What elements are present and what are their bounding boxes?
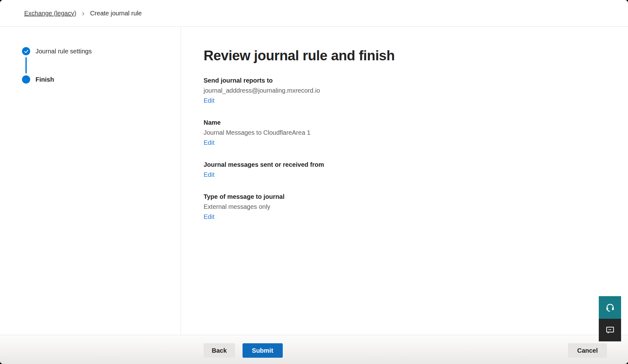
section-message-type: Type of message to journal External mess… (204, 193, 615, 221)
step-current-dot-icon (22, 75, 30, 84)
headset-icon (605, 302, 615, 312)
edit-scope-link[interactable]: Edit (204, 171, 214, 179)
review-sections: Send journal reports to journal_adddress… (204, 76, 615, 221)
edit-name-link[interactable]: Edit (204, 139, 214, 147)
section-journal-messages-scope: Journal messages sent or received from E… (204, 160, 615, 179)
cancel-button[interactable]: Cancel (568, 343, 607, 358)
step-label-journal-rule-settings: Journal rule settings (35, 48, 92, 55)
help-button[interactable] (599, 296, 621, 319)
section-label: Journal messages sent or received from (204, 160, 615, 169)
section-name: Name Journal Messages to CloudflareArea … (204, 118, 615, 147)
feedback-button[interactable] (599, 319, 621, 341)
edit-message-type-link[interactable]: Edit (204, 213, 214, 221)
main-area: Journal rule settings Finish Review jour… (0, 27, 628, 335)
breadcrumb: Exchange (legacy) Create journal rule (0, 0, 628, 27)
breadcrumb-current-page: Create journal rule (90, 10, 142, 17)
back-button[interactable]: Back (204, 343, 235, 358)
message-type-value: External messages only (204, 203, 615, 211)
step-journal-rule-settings[interactable]: Journal rule settings (22, 47, 181, 55)
section-label: Name (204, 118, 615, 127)
edit-send-journal-reports-link[interactable]: Edit (204, 96, 214, 105)
section-label: Send journal reports to (204, 76, 615, 84)
submit-button[interactable]: Submit (243, 343, 283, 358)
exchange-admin-window: Exchange (legacy) Create journal rule Jo… (0, 0, 628, 364)
rule-name-value: Journal Messages to CloudflareArea 1 (204, 128, 615, 137)
step-label-finish: Finish (35, 76, 54, 83)
wizard-stepper-panel: Journal rule settings Finish (0, 27, 181, 335)
stepper-connector-line (25, 57, 27, 73)
step-finish[interactable]: Finish (22, 75, 181, 84)
floating-side-buttons (599, 296, 621, 341)
breadcrumb-exchange-legacy-link[interactable]: Exchange (legacy) (24, 10, 76, 17)
wizard-footer: Back Submit Cancel (0, 335, 628, 364)
section-send-journal-reports-to: Send journal reports to journal_adddress… (204, 76, 615, 105)
chevron-right-icon (80, 11, 86, 17)
step-completed-check-icon (22, 47, 30, 55)
page-title: Review journal rule and finish (204, 47, 615, 64)
feedback-chat-icon (605, 325, 615, 335)
review-content: Review journal rule and finish Send jour… (181, 27, 628, 335)
section-label: Type of message to journal (204, 193, 615, 201)
journal-report-address-value: journal_adddress@journaling.mxrecord.io (204, 86, 615, 95)
